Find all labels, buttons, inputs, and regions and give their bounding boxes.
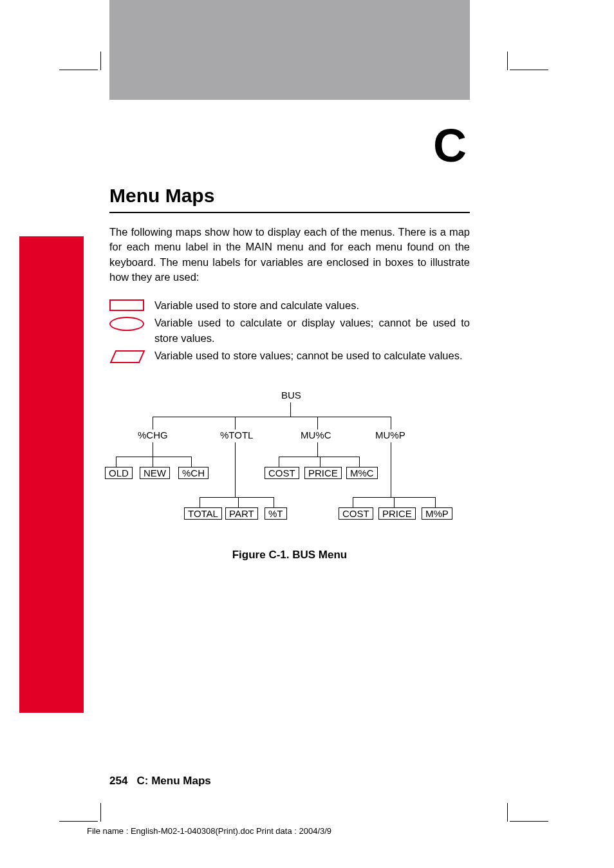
node-leaf: COST <box>339 507 373 520</box>
crop-mark <box>510 70 548 70</box>
node-branch: MU%P <box>375 429 405 440</box>
connector <box>279 457 279 467</box>
node-leaf: M%C <box>346 467 378 479</box>
connector <box>290 402 291 417</box>
connector <box>317 442 318 457</box>
connector <box>235 417 236 429</box>
connector <box>191 457 192 467</box>
node-leaf: COST <box>265 467 299 479</box>
appendix-letter: C <box>109 119 470 172</box>
bus-menu-diagram: BUS %CHG %TOTL MU%C MU%P OLD NEW %CH TOT… <box>109 390 470 541</box>
connector <box>394 497 395 507</box>
crop-mark <box>100 803 101 822</box>
red-side-bar <box>19 236 84 713</box>
legend-row: Variable used to calculate or display va… <box>109 316 470 346</box>
crop-mark <box>100 52 101 70</box>
legend-text: Variable used to store and calculate val… <box>154 298 470 313</box>
connector <box>359 457 360 467</box>
connector <box>391 417 391 429</box>
node-bus: BUS <box>281 390 301 401</box>
page-number: 254 <box>109 775 127 787</box>
connector <box>153 457 153 467</box>
connector <box>320 457 321 467</box>
intro-paragraph: The following maps show how to display e… <box>109 225 470 285</box>
node-leaf: %CH <box>178 467 209 479</box>
crop-mark <box>510 821 548 822</box>
connector <box>274 497 274 507</box>
page-content: C Menu Maps The following maps show how … <box>109 119 470 561</box>
node-leaf: M%P <box>422 507 452 520</box>
figure-caption: Figure C-1. BUS Menu <box>109 549 470 561</box>
page-footer: 254 C: Menu Maps <box>109 775 211 788</box>
node-leaf: PRICE <box>378 507 416 520</box>
legend-parallelogram-icon <box>109 348 154 364</box>
connector <box>317 417 318 429</box>
crop-mark <box>59 70 98 70</box>
connector <box>200 497 200 507</box>
connector <box>116 457 191 457</box>
connector <box>238 497 239 507</box>
connector <box>153 417 391 417</box>
legend-row: Variable used to store values; cannot be… <box>109 348 470 364</box>
connector <box>200 497 274 498</box>
page-title: Menu Maps <box>109 185 470 213</box>
node-leaf: PART <box>225 507 258 520</box>
node-branch: MU%C <box>301 429 331 440</box>
legend-rect-icon <box>109 298 154 311</box>
legend-row: Variable used to store and calculate val… <box>109 298 470 313</box>
connector <box>435 497 436 507</box>
node-branch: %CHG <box>138 429 168 440</box>
file-info: File name : English-M02-1-040308(Print).… <box>87 826 331 836</box>
legend-ellipse-icon <box>109 316 154 331</box>
legend-text: Variable used to calculate or display va… <box>154 316 470 346</box>
connector <box>353 497 353 507</box>
node-leaf: TOTAL <box>184 507 222 520</box>
connector <box>116 457 116 467</box>
node-leaf: OLD <box>105 467 133 479</box>
crop-mark <box>507 52 508 70</box>
connector <box>153 417 153 429</box>
legend-text: Variable used to store values; cannot be… <box>154 348 470 363</box>
svg-marker-0 <box>111 351 144 363</box>
node-leaf: PRICE <box>304 467 342 479</box>
connector <box>235 442 236 497</box>
crop-mark <box>59 821 98 822</box>
gray-top-bar <box>109 0 470 100</box>
footer-section: C: Menu Maps <box>137 775 211 787</box>
node-branch: %TOTL <box>220 429 253 440</box>
connector <box>279 457 359 457</box>
connector <box>153 442 153 457</box>
connector <box>391 442 391 497</box>
node-leaf: %T <box>265 507 287 520</box>
node-leaf: NEW <box>140 467 170 479</box>
crop-mark <box>507 803 508 822</box>
